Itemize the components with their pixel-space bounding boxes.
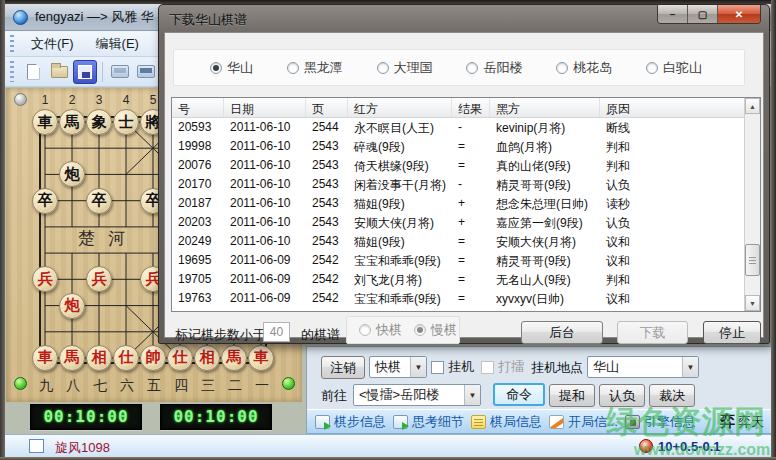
column-header-原因[interactable]: 原因 <box>600 98 760 117</box>
radio-icon <box>646 62 658 74</box>
cell-result: - <box>452 118 490 137</box>
board-view-button[interactable] <box>108 60 132 84</box>
download-button[interactable]: 下载 <box>617 321 688 344</box>
server-radio-大理国[interactable]: 大理国 <box>377 59 433 77</box>
cell-red: 刘飞龙(月将) <box>348 270 452 289</box>
maximize-button[interactable]: ▢ <box>688 5 718 23</box>
server-radio-华山[interactable]: 华山 <box>210 59 253 77</box>
piece-炮[interactable]: 炮 <box>59 293 85 319</box>
column-header-页[interactable]: 页 <box>306 98 348 117</box>
move-count-input[interactable] <box>263 322 290 342</box>
cell-page: 2543 <box>306 213 348 232</box>
fast-chess-radio[interactable]: 快棋 <box>359 321 402 339</box>
board-view-2-button[interactable] <box>134 60 158 84</box>
new-file-button[interactable] <box>21 60 45 84</box>
slow-chess-radio[interactable]: 慢棋 <box>414 321 457 339</box>
save-icon <box>78 65 92 79</box>
tab-棋局信息[interactable]: 棋局信息 <box>471 413 542 431</box>
column-header-日期[interactable]: 日期 <box>224 98 306 117</box>
arena-checkbox-label: 打擂 <box>498 358 524 376</box>
piece-象[interactable]: 象 <box>86 109 112 135</box>
cell-result: = <box>452 232 490 251</box>
server-radio-黑龙潭[interactable]: 黑龙潭 <box>287 59 343 77</box>
cell-no: 19763 <box>172 289 224 308</box>
goto-select[interactable]: <慢擂>岳阳楼 ▼ <box>353 384 481 406</box>
dialog-title: 下载华山棋谱 <box>169 11 247 29</box>
menubar-grip-icon <box>10 35 14 53</box>
scroll-up-icon[interactable]: ▲ <box>745 98 760 114</box>
cell-reason: 议和 <box>600 251 744 270</box>
resign-button[interactable]: 认负 <box>599 384 645 407</box>
location-select[interactable]: 华山 ▼ <box>587 356 699 378</box>
scroll-down-icon[interactable]: ▼ <box>745 295 760 311</box>
tab-思考细节[interactable]: 思考细节 <box>393 413 464 431</box>
column-header-结果[interactable]: 结果 <box>452 98 490 117</box>
cell-black: 真的山佬(9段) <box>490 156 600 175</box>
open-button[interactable] <box>47 60 71 84</box>
table-row[interactable]: 199982011-06-102543碎魂(9段)=血鸽(月将)判和 <box>172 137 744 156</box>
piece-卒[interactable]: 卒 <box>86 188 112 214</box>
piece-卒[interactable]: 卒 <box>32 188 58 214</box>
cell-date: 2011-06-10 <box>224 232 306 251</box>
dialog-client: 华山黑龙潭大理国岳阳楼桃花岛白驼山 号日期页红方结果黑方原因 205932011… <box>164 32 764 338</box>
menu-item-编辑(E)[interactable]: 编辑(E) <box>85 32 150 56</box>
table-scrollbar[interactable]: ▲ ▼ <box>744 98 760 311</box>
cell-black: 嘉应第一剑(9段) <box>490 213 600 232</box>
piece-帥[interactable]: 帥 <box>140 345 166 371</box>
board-indicator-left-icon <box>14 377 27 390</box>
adjudicate-button[interactable]: 裁决 <box>649 384 695 407</box>
piece-車[interactable]: 車 <box>32 345 58 371</box>
piece-馬[interactable]: 馬 <box>59 109 85 135</box>
tab-开局信...[interactable]: 开局信... <box>549 413 618 431</box>
logout-button[interactable]: 注销 <box>321 356 365 379</box>
piece-相[interactable]: 相 <box>86 345 112 371</box>
server-radio-label: 桃花岛 <box>573 59 612 77</box>
cell-black: 精灵哥哥(9段) <box>490 175 600 194</box>
background-button[interactable]: 后台 <box>521 321 603 344</box>
minimize-button[interactable]: – <box>658 5 688 23</box>
table-row[interactable]: 201872011-06-102543猫姐(9段)+想念朱总理(日帅)读秒 <box>172 194 744 213</box>
games-table-body: 205932011-06-102544永不瞑目(人王)-kevinip(月将)断… <box>172 118 744 311</box>
table-row[interactable]: 196952011-06-092542宝宝和乖乖(9段)=精灵哥哥(9段)议和 <box>172 251 744 270</box>
cell-reason: 议和 <box>600 232 744 251</box>
brand-label: 弈天 <box>738 413 764 431</box>
piece-車[interactable]: 車 <box>32 109 58 135</box>
table-row[interactable]: 197052011-06-092542刘飞龙(月将)=无名山人(9段)判和 <box>172 270 744 289</box>
table-row[interactable]: 201702011-06-102543闲着没事干(月将)-精灵哥哥(9段)认负 <box>172 175 744 194</box>
scrollbar-thumb[interactable] <box>745 244 760 276</box>
server-radio-白驼山[interactable]: 白驼山 <box>646 59 702 77</box>
server-radio-桃花岛[interactable]: 桃花岛 <box>556 59 612 77</box>
command-button[interactable]: 命令 <box>493 383 545 406</box>
cell-no: 20203 <box>172 213 224 232</box>
column-header-黑方[interactable]: 黑方 <box>490 98 600 117</box>
table-row[interactable]: 202032011-06-102543安顺大侠(月将)+嘉应第一剑(9段)认负 <box>172 213 744 232</box>
table-row[interactable]: 197632011-06-092542宝宝和乖乖(9段)=xyvxyv(日帅)议… <box>172 289 744 308</box>
table-row[interactable]: 205932011-06-102544永不瞑目(人王)-kevinip(月将)断… <box>172 118 744 137</box>
server-radio-岳阳楼[interactable]: 岳阳楼 <box>466 59 522 77</box>
table-row[interactable]: 202492011-06-102543猫姐(9段)=安顺大侠(月将)议和 <box>172 232 744 251</box>
piece-士[interactable]: 士 <box>113 109 139 135</box>
column-header-号[interactable]: 号 <box>172 98 224 117</box>
offer-draw-button[interactable]: 提和 <box>549 384 595 407</box>
arena-checkbox[interactable]: 打擂 <box>481 358 524 376</box>
cell-date: 2011-06-09 <box>224 289 306 308</box>
close-button[interactable]: ✕ <box>718 5 760 23</box>
cell-page: 2543 <box>306 156 348 175</box>
table-row[interactable]: 200762011-06-102543倚天棋缘(9段)=真的山佬(9段)判和 <box>172 156 744 175</box>
save-button[interactable] <box>73 60 97 84</box>
info-tabs: 棋步信息思考细节棋局信息开局信...引擎信息弈弈天 <box>307 409 770 434</box>
cell-result: = <box>452 251 490 270</box>
menu-item-文件(F)[interactable]: 文件(F) <box>20 32 85 56</box>
cell-page: 2542 <box>306 289 348 308</box>
tab-棋步信息[interactable]: 棋步信息 <box>315 413 386 431</box>
piece-仕[interactable]: 仕 <box>113 345 139 371</box>
speed-select[interactable]: 快棋 ▼ <box>369 356 427 378</box>
engine-checkbox[interactable] <box>29 439 44 453</box>
table-header-row: 号日期页红方结果黑方原因 <box>172 98 760 118</box>
piece-馬[interactable]: 馬 <box>59 345 85 371</box>
idle-checkbox[interactable]: 挂机 <box>431 358 474 376</box>
tab-引擎信息[interactable]: 引擎信息 <box>625 413 696 431</box>
cell-no: 19705 <box>172 270 224 289</box>
stop-button[interactable]: 停止 <box>703 321 761 344</box>
column-header-红方[interactable]: 红方 <box>348 98 452 117</box>
